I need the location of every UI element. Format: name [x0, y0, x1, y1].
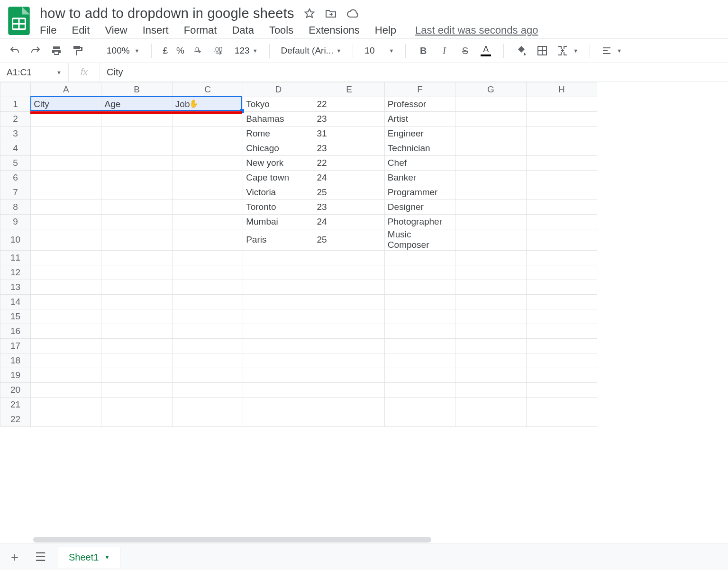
cell-D7[interactable]: Victoria [243, 185, 314, 200]
column-header-A[interactable]: A [31, 82, 101, 97]
cell-G6[interactable] [455, 171, 526, 185]
cell-H11[interactable] [526, 251, 597, 265]
row-header-8[interactable]: 8 [0, 200, 31, 215]
cell-A17[interactable] [31, 339, 101, 353]
cell-F16[interactable] [384, 324, 455, 339]
row-header-1[interactable]: 1 [0, 97, 31, 112]
chevron-down-icon[interactable]: ▼ [104, 554, 109, 560]
cell-D2[interactable]: Bahamas [243, 112, 314, 127]
cell-A4[interactable] [31, 141, 101, 156]
cell-H5[interactable] [526, 156, 597, 171]
cell-C22[interactable] [172, 412, 243, 427]
cell-A18[interactable] [31, 353, 101, 368]
cell-H21[interactable] [526, 398, 597, 412]
cell-D16[interactable] [243, 324, 314, 339]
cell-H19[interactable] [526, 368, 597, 383]
cell-H3[interactable] [526, 127, 597, 141]
cell-D6[interactable]: Cape town [243, 171, 314, 185]
cell-G12[interactable] [455, 265, 526, 280]
column-header-B[interactable]: B [101, 82, 172, 97]
all-sheets-button[interactable]: ☰ [32, 550, 48, 564]
row-header-11[interactable]: 11 [0, 251, 31, 265]
cell-A2[interactable] [31, 112, 101, 127]
cell-C10[interactable] [172, 229, 243, 251]
cell-E1[interactable]: 22 [314, 97, 384, 112]
cell-F7[interactable]: Programmer [384, 185, 455, 200]
row-header-21[interactable]: 21 [0, 398, 31, 412]
cell-C17[interactable] [172, 339, 243, 353]
name-box[interactable]: A1:C1▼ [0, 63, 69, 81]
text-color-button[interactable]: A [478, 43, 494, 59]
row-header-20[interactable]: 20 [0, 383, 31, 398]
menu-extensions[interactable]: Extensions [309, 24, 360, 36]
font-size-select[interactable]: 10▼ [363, 45, 396, 56]
bold-button[interactable]: B [415, 43, 431, 59]
cell-E19[interactable] [314, 368, 384, 383]
increase-decimal-button[interactable]: .00 [212, 43, 228, 59]
cell-G19[interactable] [455, 368, 526, 383]
cell-F22[interactable] [384, 412, 455, 427]
cell-G10[interactable] [455, 229, 526, 251]
cell-D22[interactable] [243, 412, 314, 427]
zoom-select[interactable]: 100%▼ [105, 45, 142, 56]
row-header-3[interactable]: 3 [0, 127, 31, 141]
row-header-15[interactable]: 15 [0, 309, 31, 324]
cell-B16[interactable] [101, 324, 172, 339]
undo-button[interactable] [7, 43, 23, 59]
cell-F18[interactable] [384, 353, 455, 368]
horizontal-scrollbar[interactable] [33, 536, 725, 543]
cell-G3[interactable] [455, 127, 526, 141]
cell-B18[interactable] [101, 353, 172, 368]
cell-E15[interactable] [314, 309, 384, 324]
row-header-17[interactable]: 17 [0, 339, 31, 353]
cell-C4[interactable] [172, 141, 243, 156]
redo-button[interactable] [27, 43, 44, 59]
cell-G2[interactable] [455, 112, 526, 127]
cell-B9[interactable] [101, 215, 172, 229]
cell-A1[interactable]: City [31, 97, 101, 112]
cell-D5[interactable]: New york [243, 156, 314, 171]
merge-cells-button[interactable]: ▼ [555, 45, 580, 56]
cell-B5[interactable] [101, 156, 172, 171]
cell-F14[interactable] [384, 295, 455, 309]
cell-G8[interactable] [455, 200, 526, 215]
row-header-19[interactable]: 19 [0, 368, 31, 383]
cell-H7[interactable] [526, 185, 597, 200]
cell-H2[interactable] [526, 112, 597, 127]
row-header-10[interactable]: 10 [0, 229, 31, 251]
cell-G5[interactable] [455, 156, 526, 171]
cell-D13[interactable] [243, 280, 314, 295]
cell-D20[interactable] [243, 383, 314, 398]
cell-H8[interactable] [526, 200, 597, 215]
fill-color-button[interactable] [513, 43, 529, 59]
menu-view[interactable]: View [105, 24, 127, 36]
cell-C18[interactable] [172, 353, 243, 368]
last-edit-link[interactable]: Last edit was seconds ago [415, 24, 538, 36]
cell-F4[interactable]: Technician [384, 141, 455, 156]
font-select[interactable]: Default (Ari...▼ [279, 45, 344, 56]
cell-F3[interactable]: Engineer [384, 127, 455, 141]
cell-F11[interactable] [384, 251, 455, 265]
cell-F20[interactable] [384, 383, 455, 398]
cell-H14[interactable] [526, 295, 597, 309]
cell-G7[interactable] [455, 185, 526, 200]
cell-G20[interactable] [455, 383, 526, 398]
format-currency-button[interactable]: £ [161, 45, 170, 56]
cell-H4[interactable] [526, 141, 597, 156]
cell-B12[interactable] [101, 265, 172, 280]
cell-G11[interactable] [455, 251, 526, 265]
cell-E5[interactable]: 22 [314, 156, 384, 171]
cell-D9[interactable]: Mumbai [243, 215, 314, 229]
cell-E18[interactable] [314, 353, 384, 368]
cell-H6[interactable] [526, 171, 597, 185]
italic-button[interactable]: I [436, 43, 452, 59]
column-header-H[interactable]: H [526, 82, 597, 97]
cell-A10[interactable] [31, 229, 101, 251]
cell-E10[interactable]: 25 [314, 229, 384, 251]
strikethrough-button[interactable]: S [457, 43, 473, 59]
cell-D1[interactable]: Tokyo [243, 97, 314, 112]
cell-C19[interactable] [172, 368, 243, 383]
row-header-6[interactable]: 6 [0, 171, 31, 185]
cell-H10[interactable] [526, 229, 597, 251]
cell-B4[interactable] [101, 141, 172, 156]
